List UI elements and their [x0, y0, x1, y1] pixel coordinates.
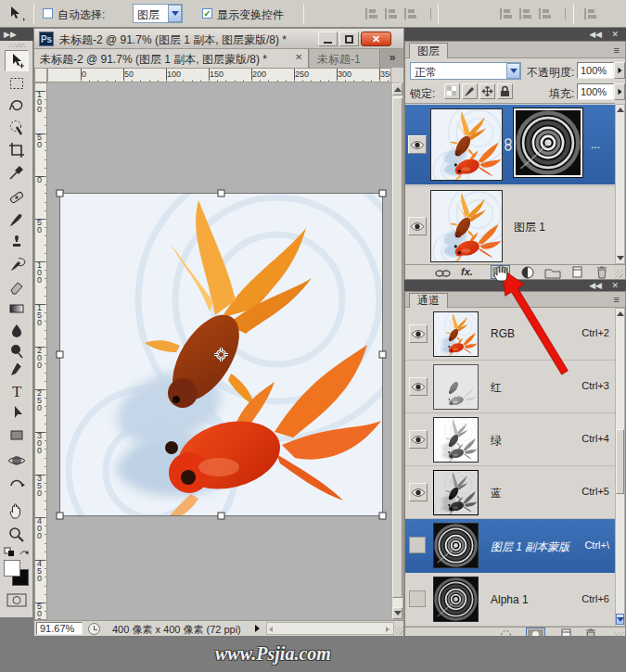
foreground-color-swatch[interactable] [4, 560, 20, 577]
canvas-viewport[interactable] [47, 82, 391, 620]
3d-orbit-tool[interactable] [5, 474, 29, 495]
opacity-field[interactable]: 100% [577, 62, 614, 79]
hand-tool[interactable] [5, 500, 29, 521]
lock-transparent-button[interactable] [444, 83, 460, 99]
auto-select-checkbox[interactable] [43, 8, 53, 19]
add-layer-mask-button[interactable] [491, 265, 510, 279]
swap-colors-icon[interactable] [4, 547, 30, 558]
scroll-right-icon[interactable] [386, 627, 390, 632]
blend-mode-dropdown[interactable]: 正常 [410, 62, 521, 80]
delete-layer-button[interactable] [594, 265, 608, 279]
auto-select-target-dropdown[interactable]: 图层 [133, 4, 183, 23]
layers-scroll-down-icon[interactable] [617, 256, 624, 260]
dock-close-icon[interactable]: ✕ [611, 30, 619, 39]
panel-dock-header[interactable]: ◀◀ ✕ [404, 28, 626, 41]
3d-rotate-tool[interactable] [5, 450, 29, 471]
tab-overflow-button[interactable]: » [381, 49, 403, 68]
blur-tool[interactable] [5, 320, 29, 341]
blend-mode-arrow-icon[interactable] [506, 63, 520, 79]
auto-align-button[interactable] [582, 7, 597, 20]
ruler-corner[interactable] [34, 68, 47, 82]
fill-slider-button[interactable] [614, 83, 625, 100]
layer-visibility-toggle[interactable] [408, 217, 427, 235]
palette-grip[interactable] [7, 44, 26, 47]
scroll-left-icon[interactable] [269, 627, 273, 632]
status-proxy-arrow-icon[interactable] [255, 625, 260, 632]
adjustment-layer-button[interactable] [520, 265, 535, 280]
layer-style-button[interactable]: fx. [461, 266, 473, 277]
path-selection-tool[interactable] [5, 402, 29, 424]
channels-panel-menu-icon[interactable]: ≡ [614, 294, 620, 305]
transform-controls[interactable] [53, 186, 390, 523]
zoom-level-field[interactable]: 91.67% [36, 622, 83, 635]
close-button[interactable]: ✕ [361, 32, 391, 46]
shape-tool[interactable] [5, 424, 29, 445]
collapse-icons-icon[interactable]: ◀◀ [589, 281, 602, 290]
scroll-up-button[interactable] [392, 83, 402, 95]
vertical-scrollbar[interactable] [391, 82, 403, 620]
channels-scroll-up-icon[interactable] [617, 311, 624, 316]
collapse-icons-icon[interactable]: ◀◀ [589, 30, 602, 39]
layer-thumbnail[interactable] [430, 190, 503, 262]
show-transform-checkbox[interactable]: ✓ [202, 8, 212, 19]
lock-position-button[interactable] [479, 83, 495, 99]
scroll-down-button[interactable] [392, 607, 402, 619]
distribute-icons[interactable] [445, 7, 566, 20]
horizontal-ruler[interactable]: 0501001502002503003504 [47, 68, 391, 82]
mask-link-icon[interactable] [505, 138, 512, 151]
channel-visibility-toggle[interactable] [409, 377, 428, 396]
new-group-button[interactable] [544, 267, 561, 279]
vertical-ruler[interactable]: 10050050100150200250300350400450500 [34, 82, 47, 620]
layer-visibility-toggle[interactable] [408, 135, 427, 154]
lock-all-button[interactable] [497, 83, 513, 99]
fill-field[interactable]: 100% [577, 83, 614, 100]
quick-selection-tool[interactable] [5, 117, 29, 138]
history-brush-tool[interactable] [5, 253, 29, 274]
tool-palette-header[interactable]: ▶▶ [0, 28, 33, 41]
scroll-thumb[interactable] [392, 97, 402, 598]
layers-tab[interactable]: 图层 [409, 43, 448, 58]
brush-tool[interactable] [5, 209, 29, 230]
channel-row[interactable]: 蓝 Ctrl+5 [405, 466, 615, 519]
lasso-tool[interactable] [5, 95, 29, 116]
lock-pixels-button[interactable] [462, 83, 478, 99]
channel-row[interactable]: Alpha 1 Ctrl+6 [405, 573, 615, 627]
move-tool[interactable] [5, 50, 29, 71]
new-layer-button[interactable] [570, 265, 584, 279]
channels-tab[interactable]: 通道 [409, 293, 448, 308]
layer-row-selected[interactable]: ... [405, 105, 615, 184]
tab-close-icon[interactable]: ✕ [295, 52, 302, 62]
target-dropdown-arrow-icon[interactable] [168, 5, 182, 22]
type-tool[interactable]: T [5, 380, 29, 401]
crop-tool[interactable] [5, 139, 29, 160]
minimize-button[interactable] [318, 32, 338, 46]
channel-visibility-toggle[interactable] [409, 483, 428, 501]
window-resize-grip[interactable] [395, 627, 403, 635]
clone-stamp-tool[interactable] [5, 231, 29, 252]
marquee-tool[interactable] [5, 72, 29, 94]
layers-panel-menu-icon[interactable]: ≡ [614, 44, 620, 56]
eraser-tool[interactable] [5, 275, 29, 297]
pen-tool[interactable] [5, 358, 29, 379]
channel-row[interactable]: 红 Ctrl+3 [405, 361, 615, 413]
document-titlebar[interactable]: Ps 未标题-2 @ 91.7% (图层 1 副本, 图层蒙版/8) * ✕ [34, 29, 403, 49]
layer-mask-thumbnail[interactable] [514, 108, 582, 177]
layer-row[interactable]: 图层 1 [405, 185, 615, 265]
zoom-tool[interactable] [5, 524, 29, 545]
healing-brush-tool[interactable] [5, 186, 29, 208]
status-clock-icon[interactable] [88, 623, 100, 635]
opacity-slider-button[interactable] [614, 62, 625, 79]
channel-visibility-toggle-empty[interactable] [409, 537, 426, 553]
dock-close-icon[interactable]: ✕ [611, 281, 619, 290]
layers-resize-grip[interactable] [615, 270, 623, 278]
channel-row[interactable]: 绿 Ctrl+4 [405, 413, 615, 466]
channel-visibility-toggle[interactable] [409, 430, 428, 449]
layer-name[interactable]: ... [591, 138, 600, 151]
layer-thumbnail[interactable] [430, 108, 503, 181]
channel-row-selected[interactable]: 图层 1 副本蒙版 Ctrl+\ [405, 519, 615, 573]
quick-mask-button[interactable] [6, 593, 27, 607]
channel-row[interactable]: RGB Ctrl+2 [405, 308, 615, 361]
doc-tab-inactive[interactable]: 未标题-1 [310, 49, 380, 68]
channel-visibility-toggle[interactable] [409, 324, 428, 343]
layer-name[interactable]: 图层 1 [514, 220, 545, 235]
